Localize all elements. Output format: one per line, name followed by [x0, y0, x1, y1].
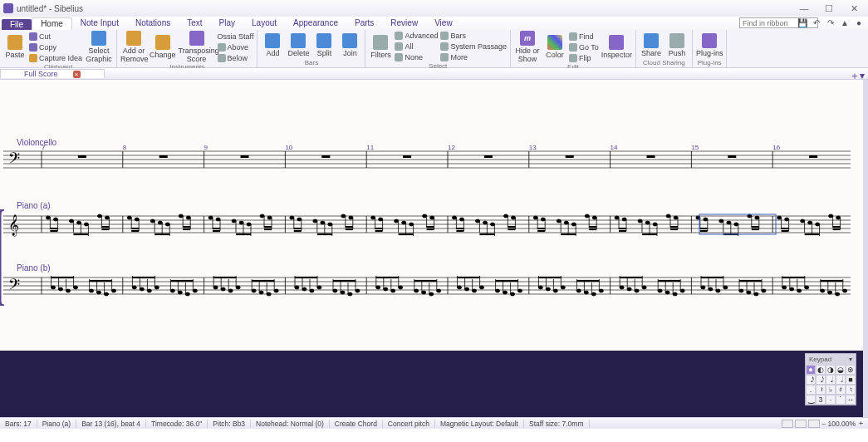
push-icon [669, 33, 684, 48]
keypad-cell[interactable]: · [826, 395, 836, 405]
svg-point-302 [252, 289, 256, 292]
change-instrument-button[interactable]: Change [150, 35, 176, 59]
score-canvas[interactable]: Violoncello Piano (a) Piano (b) 78910111… [0, 80, 868, 417]
select-graphic-button[interactable]: Select Graphic [85, 31, 113, 63]
svg-rect-20 [241, 155, 249, 158]
title-sep: - [47, 4, 54, 13]
capture-idea-button[interactable]: Capture Idea [29, 53, 82, 63]
keypad-cell[interactable]: ♯ [836, 385, 846, 395]
add-bars-button[interactable]: Add [261, 33, 284, 57]
document-tab-close-button[interactable]: × [73, 71, 81, 78]
advanced-select-button[interactable]: Advanced [395, 31, 438, 41]
view-mode-button-3[interactable] [808, 420, 820, 428]
plugins-button[interactable]: Plug-ins [696, 33, 723, 57]
svg-point-313 [302, 287, 306, 291]
keypad-cell[interactable]: ◒ [836, 365, 846, 375]
view-mode-button-1[interactable] [782, 420, 793, 428]
color-button[interactable]: Color [543, 35, 566, 59]
staff-piano-b[interactable]: 𝄢 [3, 269, 851, 306]
svg-point-177 [592, 216, 596, 219]
keypad-cell[interactable]: ■ [846, 375, 856, 385]
tab-appearance[interactable]: Appearance [285, 17, 346, 30]
select-none-button[interactable]: None [395, 52, 438, 62]
find-button[interactable]: Find [569, 32, 599, 42]
keypad-cell[interactable]: ↔ [846, 395, 856, 405]
keypad-cell[interactable]: ♮ [846, 385, 856, 395]
tab-home[interactable]: Home [32, 17, 72, 30]
select-bars-button[interactable]: Bars [440, 31, 507, 41]
svg-point-268 [96, 291, 101, 294]
tab-play[interactable]: Play [211, 17, 243, 30]
window-close-button[interactable]: ✕ [843, 2, 865, 14]
window-minimize-button[interactable]: — [793, 2, 815, 14]
keypad-cell[interactable]: 𝅘𝅥𝅮 [816, 375, 826, 385]
keypad-cell[interactable]: ‿ [806, 395, 816, 405]
qat-button-1[interactable]: ↶ [811, 17, 822, 29]
tab-review[interactable]: Review [382, 17, 426, 30]
push-button[interactable]: Push [665, 33, 689, 57]
file-menu[interactable]: File [2, 19, 32, 30]
keypad-cell[interactable]: ⊗ [846, 365, 856, 375]
tab-note-input[interactable]: Note Input [72, 17, 127, 30]
qat-button-0[interactable]: 💾 [797, 17, 808, 29]
tab-text[interactable]: Text [179, 17, 210, 30]
keypad-cell[interactable]: 𝅘𝅥 [826, 375, 836, 385]
select-system-passage-button[interactable]: System Passage [440, 42, 507, 52]
keypad-cell[interactable]: ◐ [816, 365, 826, 375]
tab-notations[interactable]: Notations [127, 17, 179, 30]
tab-view[interactable]: View [426, 17, 461, 30]
svg-point-392 [658, 289, 662, 292]
score-page[interactable]: Violoncello Piano (a) Piano (b) 78910111… [0, 80, 863, 417]
keypad-cell[interactable]: . [806, 385, 816, 395]
copy-button[interactable]: Copy [29, 42, 82, 52]
ossia-above-button[interactable]: Above [218, 42, 254, 52]
vertical-scrollbar[interactable] [863, 80, 868, 417]
document-tab-full-score[interactable]: Full Score × [0, 69, 105, 78]
staff-violoncello[interactable]: 𝄢 [3, 150, 851, 169]
qat-button-3[interactable]: ▲ [839, 17, 851, 29]
svg-rect-18 [78, 155, 86, 158]
paste-button[interactable]: Paste [3, 35, 27, 59]
tab-layout[interactable]: Layout [243, 17, 285, 30]
color-label: Color [546, 51, 564, 59]
staff-piano-a[interactable]: 𝄞 [3, 209, 851, 243]
passage-icon [440, 42, 449, 51]
cut-button[interactable]: Cut [29, 32, 82, 42]
keypad-menu-icon[interactable]: ▾ [849, 356, 852, 363]
ossia-below-button[interactable]: Below [218, 53, 254, 63]
join-bars-button[interactable]: Join [338, 33, 361, 57]
svg-point-234 [836, 216, 841, 219]
delete-bars-button[interactable]: Delete [287, 33, 310, 57]
select-more-button[interactable]: More [440, 52, 507, 62]
flip-button[interactable]: Flip [569, 53, 599, 63]
keypad-cell[interactable]: 3 [816, 395, 826, 405]
hide-show-button[interactable]: mHide or Show [514, 31, 541, 63]
zoom-minus-button[interactable]: − [821, 420, 826, 428]
goto-button[interactable]: Go To [569, 42, 599, 52]
view-mode-button-2[interactable] [795, 420, 807, 428]
keypad-cell[interactable]: ◑ [826, 365, 836, 375]
keypad-cell[interactable]: 𝅗𝅥 [836, 375, 846, 385]
transposing-score-button[interactable]: Transposing Score [179, 31, 215, 63]
keypad-cell[interactable]: 𝅘𝅥𝅯 [806, 375, 816, 385]
add-remove-instruments-button[interactable]: Add or Remove [120, 31, 147, 63]
svg-point-58 [84, 223, 88, 226]
window-maximize-button[interactable]: ☐ [818, 2, 840, 14]
split-bars-button[interactable]: Split [312, 33, 336, 57]
keypad-header[interactable]: Keypad▾ [806, 354, 856, 365]
keypad-cell[interactable]: ♭ [826, 385, 836, 395]
qat-button-4[interactable]: ● [853, 17, 865, 29]
keypad-cell[interactable]: ● [806, 365, 816, 375]
share-button[interactable]: Share [640, 33, 663, 57]
qat-button-2[interactable]: ↷ [825, 17, 836, 29]
filters-button[interactable]: Filters [369, 35, 392, 59]
ossia-staff-button[interactable]: Ossia Staff [218, 32, 254, 42]
keypad-panel[interactable]: Keypad▾ ●◐◑◒⊗𝅘𝅥𝅯𝅘𝅥𝅮𝅘𝅥𝅗𝅥■.𝄽♭♯♮‿3·˙↔ [805, 353, 856, 405]
select-all-button[interactable]: All [395, 42, 438, 52]
svg-point-428 [821, 289, 825, 292]
keypad-cell[interactable]: 𝄽 [816, 385, 826, 395]
keypad-cell[interactable]: ˙ [836, 395, 846, 405]
inspector-button[interactable]: Inspector [601, 35, 632, 59]
zoom-plus-button[interactable]: ＋ [857, 419, 865, 429]
tab-parts[interactable]: Parts [346, 17, 382, 30]
